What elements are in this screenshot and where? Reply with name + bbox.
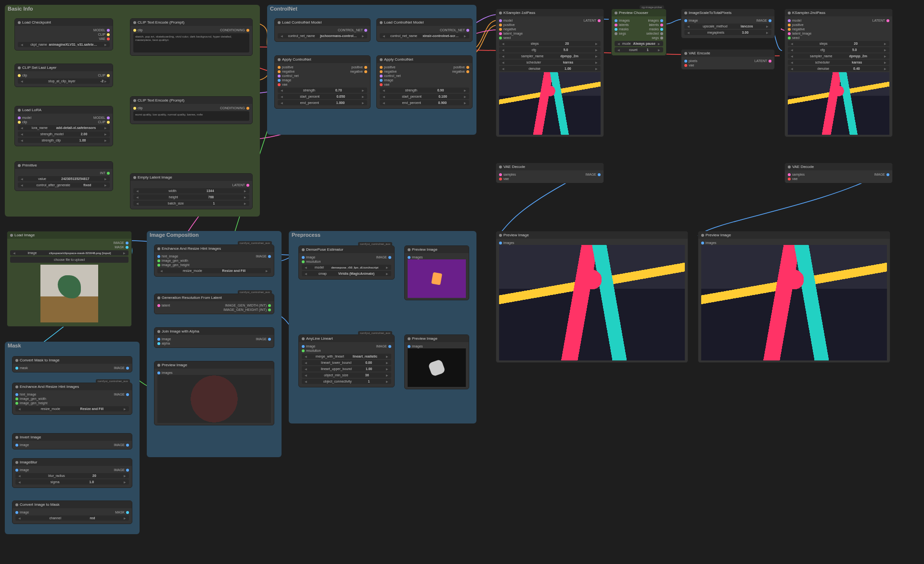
node-clip-text-encode-positive[interactable]: CLIP Text Encode (Prompt) clipCONDITIONI… xyxy=(130,18,253,56)
node-ksampler-2[interactable]: KSampler-2ndPass modelLATENT positive ne… xyxy=(784,9,893,137)
node-invert-image[interactable]: Invert Image imageIMAGE xyxy=(12,433,132,449)
node-preview-densepose[interactable]: Preview Image images xyxy=(404,245,469,300)
node-ksampler-1[interactable]: KSampler-1stPass modelLATENT positive ne… xyxy=(496,9,604,137)
node-load-controlnet-2[interactable]: Load ControlNet Model CONTROL_NET ◀contr… xyxy=(376,18,473,42)
node-vae-decode-1[interactable]: VAE Decode samplesIMAGE vae xyxy=(496,163,604,183)
widget-stop-at-clip-layer[interactable]: ◀stop_at_clip_layer-2 ▶ xyxy=(18,78,110,84)
node-densepose[interactable]: comfyui_controlnet_aux DensePose Estimat… xyxy=(298,245,395,280)
preview-thumbnail xyxy=(499,72,601,135)
preview-thumbnail xyxy=(701,245,887,360)
node-convert-mask-to-image[interactable]: Convert Mask to Image maskIMAGE xyxy=(12,356,132,372)
node-preview-image-big-1[interactable]: Preview Image images xyxy=(496,231,688,363)
preview-thumbnail xyxy=(408,259,466,298)
node-join-image-alpha[interactable]: Join Image with Alpha imageIMAGE alpha xyxy=(154,327,274,348)
node-image-blur[interactable]: ImageBlur imageIMAGE ◀blur_radius20▶ ◀si… xyxy=(12,458,132,488)
node-apply-controlnet-2[interactable]: Apply ControlNet positivepositive negati… xyxy=(376,55,473,109)
node-image-scale[interactable]: ImageScaleToTotalPixels imageIMAGE ◀upsc… xyxy=(681,9,775,38)
node-clip-set-last-layer[interactable]: CLIP Set Last Layer clipCLIP ◀stop_at_cl… xyxy=(14,64,113,87)
node-preview-image-big-2[interactable]: Preview Image images xyxy=(698,231,890,363)
node-empty-latent-image[interactable]: Empty Latent Image LATENT ◀width1344▶ ◀h… xyxy=(130,173,253,209)
node-convert-image-to-mask[interactable]: Convert Image to Mask imageMASK ◀channel… xyxy=(12,500,132,524)
node-preview-chooser[interactable]: cg-image-picker Preview Chooser imagesim… xyxy=(611,9,667,56)
node-enhance-resize-1[interactable]: comfyui_controlnet_aux Enchance And Resi… xyxy=(154,244,274,277)
node-enhance-resize-2[interactable]: comfyui_controlnet_aux Enchance And Resi… xyxy=(12,383,132,415)
node-apply-controlnet-1[interactable]: Apply ControlNet positivepositive negati… xyxy=(274,55,371,109)
node-preview-lineart[interactable]: Preview Image images xyxy=(404,334,469,389)
choose-file-button[interactable]: choose file to upload xyxy=(10,256,128,263)
node-preview-image-comp[interactable]: Preview Image images xyxy=(154,361,274,425)
node-load-lora[interactable]: Load LoRA modelMODEL clipCLIP ◀lora_name… xyxy=(14,106,113,146)
node-vae-decode-2[interactable]: VAE Decode samplesIMAGE vae xyxy=(784,163,893,183)
preview-thumbnail xyxy=(40,265,98,322)
preview-thumbnail xyxy=(408,348,466,387)
preview-thumbnail xyxy=(788,72,889,135)
node-clip-text-encode-negative[interactable]: CLIP Text Encode (Prompt) clipCONDITIONI… xyxy=(130,96,253,124)
widget-ckpt-name[interactable]: ◀ckpt_name animagineXLV31_v31.safete…▶ xyxy=(18,42,110,47)
preview-thumbnail xyxy=(157,375,271,423)
node-load-checkpoint[interactable]: Load Checkpoint MODEL CLIP VAE ◀ckpt_nam… xyxy=(14,18,113,51)
node-gen-resolution[interactable]: comfyui_controlnet_aux Generation Resolu… xyxy=(154,294,274,314)
node-primitive[interactable]: Primitive INT ◀value242305135254817▶ ◀co… xyxy=(14,161,113,191)
prompt-positive[interactable]: sketch, pop art, skateboarding, vivid co… xyxy=(133,33,249,52)
node-anyline-lineart[interactable]: comfyui_controlnet_aux AnyLine Lineart i… xyxy=(298,334,395,387)
prompt-negative[interactable]: worst quality, low quality, normal quali… xyxy=(133,111,249,121)
preview-thumbnail xyxy=(499,245,685,360)
node-load-controlnet-1[interactable]: Load ControlNet Model CONTROL_NET ◀contr… xyxy=(274,18,371,42)
node-load-image[interactable]: Load Image IMAGE MASK ◀imageclipspace/cl… xyxy=(7,231,132,327)
node-vae-encode[interactable]: VAE Encode pixelsLATENT vae xyxy=(681,49,775,70)
